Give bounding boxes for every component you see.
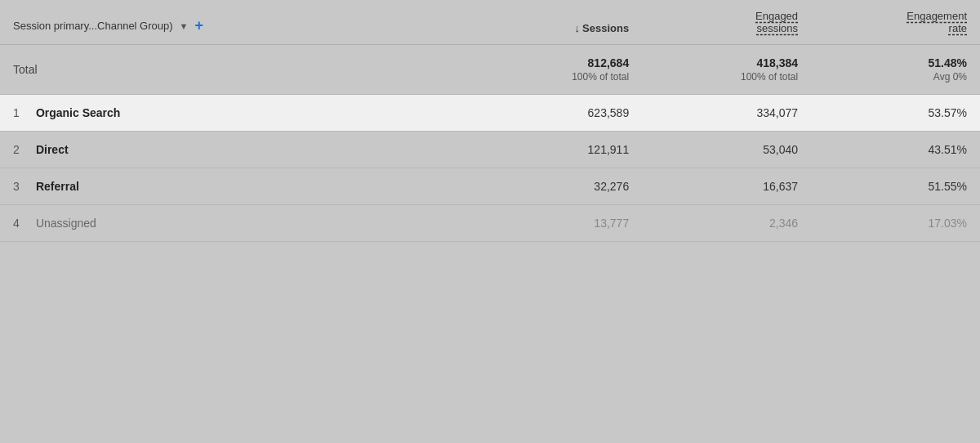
row-number: 2 <box>13 143 33 156</box>
engagement-rate-column-header: Engagement rate <box>811 0 980 45</box>
engaged-sessions-label-line2: sessions <box>757 22 799 34</box>
row-rate-cell: 43.51% <box>811 132 980 168</box>
engaged-sessions-column-header: Engaged sessions <box>642 0 811 45</box>
row-rate-value: 51.55% <box>929 180 967 193</box>
row-rate-value: 17.03% <box>929 217 967 230</box>
row-engaged-cell: 334,077 <box>642 95 811 132</box>
row-sessions-value: 32,276 <box>594 180 629 193</box>
dimension-column-header: Session primary...Channel Group) ▼ + <box>0 0 473 45</box>
row-dimension-cell: 1 Organic Search <box>0 95 473 132</box>
sessions-label: Sessions <box>582 22 629 34</box>
row-label: Referral <box>36 180 79 193</box>
engaged-sessions-label-line1: Engaged <box>755 10 798 22</box>
total-label: Total <box>13 63 38 76</box>
row-engaged-value: 53,040 <box>763 143 798 156</box>
row-engaged-cell: 53,040 <box>642 132 811 168</box>
total-sessions-value: 812,684 <box>486 56 629 69</box>
total-engaged-value: 418,384 <box>655 56 798 69</box>
row-label: Unassigned <box>36 217 96 230</box>
row-number: 1 <box>13 106 33 119</box>
total-rate-cell: 51.48% Avg 0% <box>811 45 980 95</box>
row-rate-value: 53.57% <box>929 106 967 119</box>
row-sessions-value: 623,589 <box>588 106 630 119</box>
row-rate-cell: 17.03% <box>811 205 980 242</box>
total-row: Total 812,684 100% of total 418,384 100%… <box>0 45 980 95</box>
row-rate-value: 43.51% <box>929 143 967 156</box>
row-label: Organic Search <box>36 106 121 119</box>
sort-icon: ↓ <box>575 22 581 34</box>
dropdown-icon[interactable]: ▼ <box>180 21 189 31</box>
total-engaged-cell: 418,384 100% of total <box>642 45 811 95</box>
total-rate-sub: Avg 0% <box>824 71 967 83</box>
row-rate-cell: 53.57% <box>811 95 980 132</box>
total-rate-value: 51.48% <box>824 56 967 69</box>
row-dimension-cell: 2 Direct <box>0 132 473 168</box>
row-engaged-value: 16,637 <box>763 180 798 193</box>
sessions-column-header: ↓Sessions <box>473 0 642 45</box>
row-engaged-cell: 16,637 <box>642 168 811 205</box>
row-sessions-value: 121,911 <box>588 143 630 156</box>
row-engaged-value: 334,077 <box>756 106 798 119</box>
row-sessions-cell: 13,777 <box>473 205 642 242</box>
row-sessions-value: 13,777 <box>594 217 629 230</box>
dimension-label: Session primary...Channel Group) <box>13 20 173 32</box>
total-sessions-cell: 812,684 100% of total <box>473 45 642 95</box>
row-number: 3 <box>13 180 33 193</box>
table-row: 1 Organic Search 623,589 334,077 53.57% <box>0 95 980 132</box>
analytics-table: Session primary...Channel Group) ▼ + ↓Se… <box>0 0 980 443</box>
row-sessions-cell: 623,589 <box>473 95 642 132</box>
engagement-rate-label-line2: rate <box>949 22 967 34</box>
total-engaged-sub: 100% of total <box>655 71 798 83</box>
row-dimension-cell: 4 Unassigned <box>0 205 473 242</box>
row-label: Direct <box>36 143 69 156</box>
row-rate-cell: 51.55% <box>811 168 980 205</box>
total-sessions-sub: 100% of total <box>486 71 629 83</box>
row-engaged-cell: 2,346 <box>642 205 811 242</box>
row-dimension-cell: 3 Referral <box>0 168 473 205</box>
row-number: 4 <box>13 217 33 230</box>
row-sessions-cell: 121,911 <box>473 132 642 168</box>
row-sessions-cell: 32,276 <box>473 168 642 205</box>
table-row: 4 Unassigned 13,777 2,346 17.03% <box>0 205 980 242</box>
row-engaged-value: 2,346 <box>769 217 798 230</box>
add-dimension-button[interactable]: + <box>194 17 203 34</box>
table-row: 2 Direct 121,911 53,040 43.51% <box>0 132 980 168</box>
table-row: 3 Referral 32,276 16,637 51.55% <box>0 168 980 205</box>
engagement-rate-label-line1: Engagement <box>906 10 967 22</box>
